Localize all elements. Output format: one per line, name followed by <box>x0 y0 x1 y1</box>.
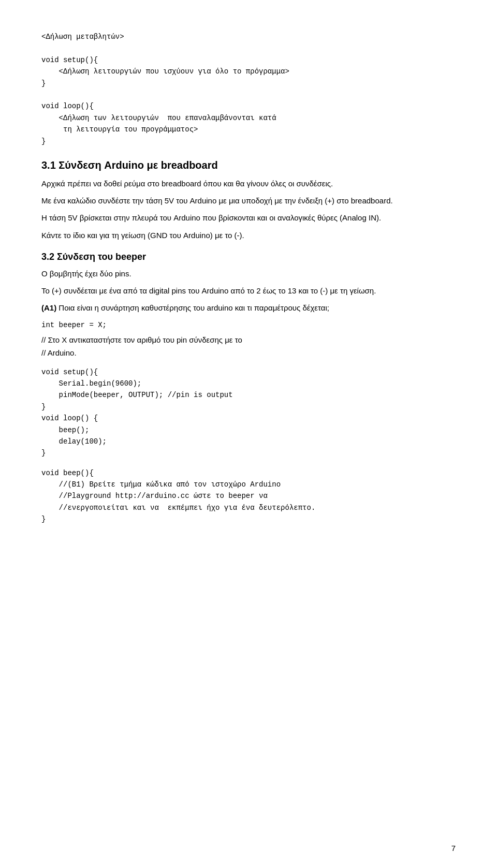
comment-line2: // Arduino. <box>41 347 456 359</box>
a1-text: Ποια είναι η συνάρτηση καθυστέρησης του … <box>59 303 329 312</box>
section-3-1-para1: Αρχικά πρέπει να δοθεί ρεύμα στο breadbo… <box>41 178 456 189</box>
section-3-1-title: 3.1 Σύνδεση Arduino με breadboard <box>41 159 456 171</box>
beeper-intro: Ο βομβητής έχει δύο pins. <box>41 269 131 278</box>
comment-line1: // Στο X αντικαταστήστε τον αριθμό του p… <box>41 334 456 346</box>
page-number: 7 <box>451 844 456 852</box>
code-block-2: int beeper = X; <box>41 319 456 331</box>
a1-label: (A1) <box>41 303 56 312</box>
page-content: <Δήλωση μεταβλητών> void setup(){ <Δήλωσ… <box>41 31 456 525</box>
code-block-4: void beep(){ //(B1) Βρείτε τμήμα κώδικα … <box>41 467 456 525</box>
section-3-1-para2: Με ένα καλώδιο συνδέστε την τάση 5V του … <box>41 195 456 207</box>
section-3-2-para2: Το (+) συνδέεται με ένα από τα digital p… <box>41 285 456 297</box>
code-line: <Δήλωση μεταβλητών> void setup(){ <Δήλωσ… <box>41 33 289 145</box>
code-lines-4: void beep(){ //(B1) Βρείτε τμήμα κώδικα … <box>41 469 315 524</box>
section-3-1-para3: Η τάση 5V βρίσκεται στην πλευρά του Ardu… <box>41 212 456 224</box>
code-block-3: void setup(){ Serial.begin(9600); pinMod… <box>41 366 456 459</box>
section-3-2-para1: Ο βομβητής έχει δύο pins. <box>41 268 456 279</box>
code-block-1: <Δήλωση μεταβλητών> void setup(){ <Δήλωσ… <box>41 31 456 147</box>
section-3-2-title: 3.2 Σύνδεση του beeper <box>41 252 456 262</box>
code-lines-3: void setup(){ Serial.begin(9600); pinMod… <box>41 368 233 458</box>
section-3-1-para4: Κάντε το ίδιο και για τη γείωση (GND του… <box>41 229 456 241</box>
a1-question: (A1) Ποια είναι η συνάρτηση καθυστέρησης… <box>41 302 456 314</box>
